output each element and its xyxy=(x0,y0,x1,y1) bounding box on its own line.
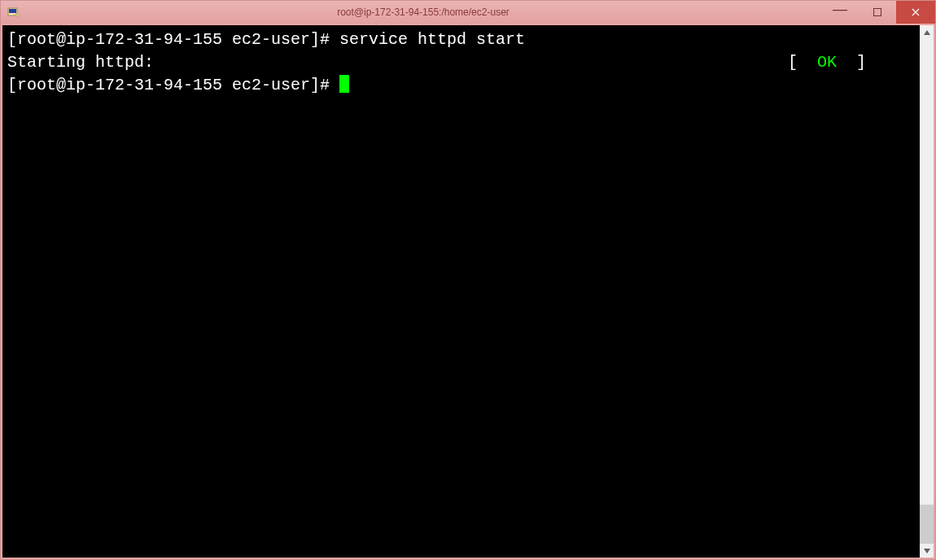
window-title: root@ip-172-31-94-155:/home/ec2-user xyxy=(25,7,821,18)
close-button[interactable] xyxy=(896,1,935,24)
status-text: Starting httpd: xyxy=(7,51,154,74)
command: service httpd start xyxy=(339,30,525,49)
putty-icon xyxy=(7,6,20,19)
maximize-button[interactable] xyxy=(859,1,896,24)
minimize-button[interactable]: — xyxy=(821,1,859,24)
terminal-line: [root@ip-172-31-94-155 ec2-user]# servic… xyxy=(7,28,915,51)
scroll-down-arrow-icon[interactable] xyxy=(920,544,934,558)
svg-rect-3 xyxy=(874,9,881,16)
cursor xyxy=(339,75,349,93)
svg-rect-1 xyxy=(9,9,16,13)
scroll-up-arrow-icon[interactable] xyxy=(920,25,934,39)
window-controls: — xyxy=(821,1,935,24)
vertical-scrollbar[interactable] xyxy=(920,25,934,558)
ok-status: OK xyxy=(798,53,856,72)
terminal-line: [root@ip-172-31-94-155 ec2-user]# xyxy=(7,74,915,97)
putty-window: root@ip-172-31-94-155:/home/ec2-user — [… xyxy=(0,0,936,560)
scroll-track[interactable] xyxy=(920,39,934,544)
titlebar[interactable]: root@ip-172-31-94-155:/home/ec2-user — xyxy=(1,1,935,24)
status-result: [ OK ] xyxy=(788,51,915,74)
terminal[interactable]: [root@ip-172-31-94-155 ec2-user]# servic… xyxy=(2,25,920,558)
svg-rect-2 xyxy=(11,7,12,8)
scroll-thumb[interactable] xyxy=(920,505,934,544)
terminal-line: Starting httpd:[ OK ] xyxy=(7,51,915,74)
prompt: [root@ip-172-31-94-155 ec2-user]# xyxy=(7,30,339,49)
content-area: [root@ip-172-31-94-155 ec2-user]# servic… xyxy=(1,24,935,559)
prompt: [root@ip-172-31-94-155 ec2-user]# xyxy=(7,76,339,94)
